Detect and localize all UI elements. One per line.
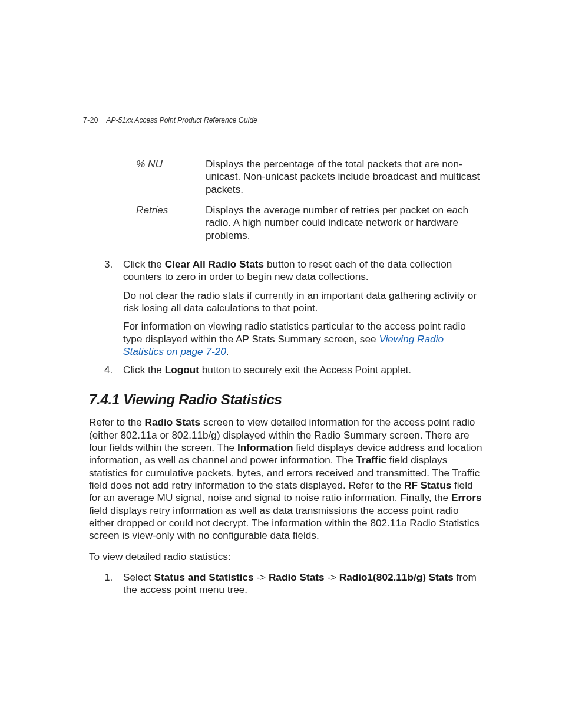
term-label: % NU	[136, 158, 206, 196]
term-label: Retries	[136, 204, 206, 242]
bold-span: Errors	[451, 492, 482, 503]
text-span: Click the	[123, 364, 165, 375]
bold-span: Radio Stats	[145, 416, 201, 428]
ordered-steps: Select Status and Statistics -> Radio St…	[89, 571, 482, 597]
body-paragraph: Refer to the Radio Stats screen to view …	[89, 416, 482, 542]
step-paragraph: Click the Logout button to securely exit…	[123, 364, 482, 376]
step-paragraph: Do not clear the radio stats if currentl…	[123, 289, 482, 315]
text-span: ->	[254, 571, 269, 583]
table-row: % NU Displays the percentage of the tota…	[136, 158, 482, 196]
term-description: Displays the average number of retries p…	[206, 204, 482, 242]
text-span: Click the	[123, 258, 165, 270]
step-item: Click the Logout button to securely exit…	[89, 364, 482, 376]
doc-title: AP-51xx Access Point Product Reference G…	[106, 116, 257, 124]
bold-span: Logout	[165, 364, 199, 375]
step-item: Click the Clear All Radio Stats button t…	[89, 258, 482, 358]
content-area: % NU Displays the percentage of the tota…	[89, 158, 482, 602]
bold-span: Clear All Radio Stats	[165, 258, 264, 270]
bold-span: Information	[237, 442, 293, 453]
ordered-steps: Click the Clear All Radio Stats button t…	[89, 258, 482, 377]
text-span: ->	[324, 571, 339, 583]
step-item: Select Status and Statistics -> Radio St…	[89, 571, 482, 597]
bold-span: Radio1(802.11b/g) Stats	[339, 571, 454, 583]
step-paragraph: For information on viewing radio statist…	[123, 320, 482, 358]
bold-span: RF Status	[404, 479, 451, 491]
text-span: button to securely exit the Access Point…	[199, 364, 411, 375]
text-span: field displays retry information as well…	[89, 505, 480, 542]
running-header: 7-20 AP-51xx Access Point Product Refere…	[83, 116, 257, 124]
bold-span: Status and Statistics	[154, 571, 254, 583]
step-paragraph: Click the Clear All Radio Stats button t…	[123, 258, 482, 284]
section-heading: 7.4.1 Viewing Radio Statistics	[89, 391, 482, 409]
text-span: Select	[123, 571, 154, 583]
body-paragraph: To view detailed radio statistics:	[89, 551, 482, 563]
step-paragraph: Select Status and Statistics -> Radio St…	[123, 571, 482, 597]
bold-span: Radio Stats	[269, 571, 325, 583]
table-row: Retries Displays the average number of r…	[136, 204, 482, 242]
term-description: Displays the percentage of the total pac…	[206, 158, 482, 196]
definition-table: % NU Displays the percentage of the tota…	[136, 158, 482, 242]
page-number: 7-20	[83, 116, 98, 124]
text-span: .	[226, 345, 229, 357]
page: 7-20 AP-51xx Access Point Product Refere…	[0, 0, 562, 728]
bold-span: Traffic	[356, 454, 387, 466]
text-span: Refer to the	[89, 416, 145, 428]
